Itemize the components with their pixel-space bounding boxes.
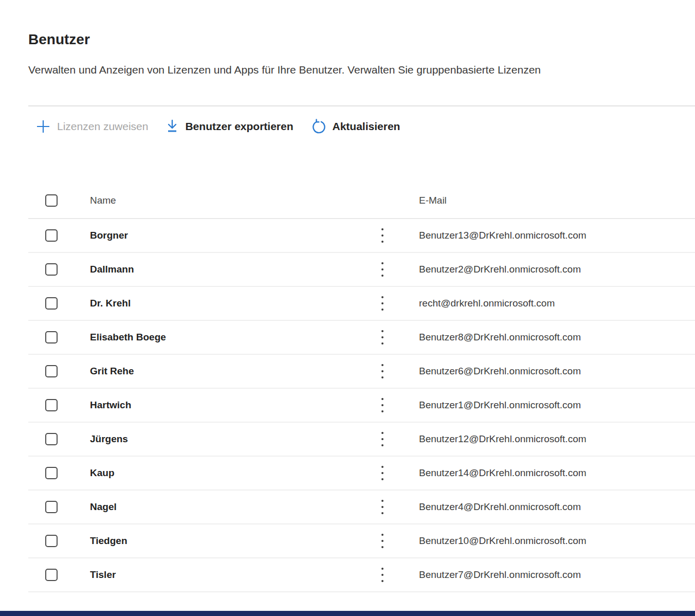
page-title: Benutzer bbox=[28, 0, 695, 48]
table-row[interactable]: Grit Rehe Benutzer6@DrKrehl.onmicrosoft.… bbox=[28, 355, 695, 389]
row-checkbox-cell bbox=[28, 399, 90, 411]
kebab-icon bbox=[381, 330, 383, 332]
user-email: Benutzer6@DrKrehl.onmicrosoft.com bbox=[419, 366, 695, 377]
user-rows: Borgner Benutzer13@DrKrehl.onmicrosoft.c… bbox=[28, 219, 695, 592]
download-icon bbox=[166, 119, 179, 134]
kebab-icon bbox=[381, 364, 383, 366]
user-name: Hartwich bbox=[90, 400, 380, 411]
export-users-button[interactable]: Benutzer exportieren bbox=[166, 119, 293, 134]
table-header-row: Name E-Mail bbox=[28, 183, 695, 219]
user-name: Dallmann bbox=[90, 264, 380, 275]
kebab-icon bbox=[381, 466, 383, 468]
row-more-options-button[interactable] bbox=[380, 262, 419, 277]
row-checkbox[interactable] bbox=[45, 297, 58, 310]
table-row[interactable]: Dallmann Benutzer2@DrKrehl.onmicrosoft.c… bbox=[28, 253, 695, 287]
user-email: Benutzer8@DrKrehl.onmicrosoft.com bbox=[419, 332, 695, 343]
user-name: Tiedgen bbox=[90, 535, 380, 547]
table-row[interactable]: Jürgens Benutzer12@DrKrehl.onmicrosoft.c… bbox=[28, 423, 695, 457]
row-checkbox[interactable] bbox=[45, 229, 58, 242]
row-more-options-button[interactable] bbox=[380, 568, 419, 582]
row-checkbox-cell bbox=[28, 535, 90, 547]
user-name: Grit Rehe bbox=[90, 366, 380, 377]
table-row[interactable]: Tisler Benutzer7@DrKrehl.onmicrosoft.com bbox=[28, 558, 695, 592]
table-row[interactable]: Borgner Benutzer13@DrKrehl.onmicrosoft.c… bbox=[28, 219, 695, 253]
page-description: Verwalten und Anzeigen von Lizenzen und … bbox=[28, 63, 695, 77]
kebab-icon bbox=[381, 432, 383, 434]
kebab-icon bbox=[381, 228, 383, 230]
user-name: Tisler bbox=[90, 569, 380, 581]
kebab-icon bbox=[381, 262, 383, 264]
row-checkbox[interactable] bbox=[45, 467, 58, 479]
row-checkbox[interactable] bbox=[45, 331, 58, 343]
user-email: Benutzer4@DrKrehl.onmicrosoft.com bbox=[419, 501, 695, 513]
user-email: Benutzer10@DrKrehl.onmicrosoft.com bbox=[419, 535, 695, 547]
users-page: Benutzer Verwalten und Anzeigen von Lize… bbox=[0, 0, 695, 592]
assign-licenses-button[interactable]: Lizenzen zuweisen bbox=[35, 119, 148, 134]
row-more-options-button[interactable] bbox=[380, 296, 419, 311]
kebab-icon bbox=[381, 534, 383, 536]
table-row[interactable]: Kaup Benutzer14@DrKrehl.onmicrosoft.com bbox=[28, 457, 695, 491]
table-row[interactable]: Nagel Benutzer4@DrKrehl.onmicrosoft.com bbox=[28, 491, 695, 524]
user-name: Elisabeth Boege bbox=[90, 332, 380, 343]
row-more-options-button[interactable] bbox=[380, 398, 419, 412]
kebab-icon bbox=[381, 568, 383, 570]
user-name: Borgner bbox=[90, 230, 380, 241]
user-email: Benutzer1@DrKrehl.onmicrosoft.com bbox=[419, 400, 695, 411]
kebab-icon bbox=[381, 500, 383, 502]
row-checkbox[interactable] bbox=[45, 399, 58, 411]
kebab-icon bbox=[381, 296, 383, 298]
row-checkbox-cell bbox=[28, 569, 90, 581]
table-row[interactable]: Dr. Krehl recht@drkrehl.onmicrosoft.com bbox=[28, 287, 695, 321]
row-more-options-button[interactable] bbox=[380, 228, 419, 243]
row-more-options-button[interactable] bbox=[380, 364, 419, 378]
row-checkbox-cell bbox=[28, 297, 90, 310]
plus-icon bbox=[35, 119, 51, 134]
column-header-email[interactable]: E-Mail bbox=[419, 195, 695, 206]
refresh-icon bbox=[311, 119, 326, 134]
row-checkbox[interactable] bbox=[45, 433, 58, 445]
table-row[interactable]: Elisabeth Boege Benutzer8@DrKrehl.onmicr… bbox=[28, 321, 695, 355]
user-email: Benutzer2@DrKrehl.onmicrosoft.com bbox=[419, 264, 695, 275]
table-row[interactable]: Tiedgen Benutzer10@DrKrehl.onmicrosoft.c… bbox=[28, 524, 695, 558]
row-checkbox-cell bbox=[28, 263, 90, 276]
row-checkbox[interactable] bbox=[45, 501, 58, 513]
user-email: Benutzer12@DrKrehl.onmicrosoft.com bbox=[419, 433, 695, 445]
user-name: Nagel bbox=[90, 501, 380, 513]
row-more-options-button[interactable] bbox=[380, 466, 419, 480]
row-more-options-button[interactable] bbox=[380, 432, 419, 446]
row-checkbox-cell bbox=[28, 331, 90, 343]
row-checkbox[interactable] bbox=[45, 365, 58, 377]
users-table: Name E-Mail Borgner Benutzer13@DrKrehl.o… bbox=[28, 183, 695, 592]
user-name: Jürgens bbox=[90, 433, 380, 445]
row-checkbox[interactable] bbox=[45, 263, 58, 276]
user-name: Kaup bbox=[90, 467, 380, 479]
row-checkbox-cell bbox=[28, 229, 90, 242]
user-email: Benutzer14@DrKrehl.onmicrosoft.com bbox=[419, 467, 695, 479]
assign-licenses-label: Lizenzen zuweisen bbox=[57, 120, 148, 133]
row-checkbox-cell bbox=[28, 433, 90, 445]
refresh-label: Aktualisieren bbox=[333, 120, 400, 133]
row-more-options-button[interactable] bbox=[380, 500, 419, 514]
user-email: Benutzer13@DrKrehl.onmicrosoft.com bbox=[419, 230, 695, 241]
column-header-name[interactable]: Name bbox=[90, 195, 380, 206]
export-users-label: Benutzer exportieren bbox=[185, 120, 293, 133]
user-email: Benutzer7@DrKrehl.onmicrosoft.com bbox=[419, 569, 695, 581]
select-all-cell bbox=[28, 194, 90, 207]
row-checkbox-cell bbox=[28, 365, 90, 377]
table-row[interactable]: Hartwich Benutzer1@DrKrehl.onmicrosoft.c… bbox=[28, 389, 695, 423]
select-all-checkbox[interactable] bbox=[45, 194, 58, 207]
row-checkbox[interactable] bbox=[45, 569, 58, 581]
row-more-options-button[interactable] bbox=[380, 330, 419, 345]
row-checkbox-cell bbox=[28, 501, 90, 513]
user-email: recht@drkrehl.onmicrosoft.com bbox=[419, 298, 695, 309]
row-checkbox-cell bbox=[28, 467, 90, 479]
kebab-icon bbox=[381, 398, 383, 400]
user-name: Dr. Krehl bbox=[90, 298, 380, 309]
toolbar: Lizenzen zuweisen Benutzer exportieren A… bbox=[28, 106, 695, 147]
row-checkbox[interactable] bbox=[45, 535, 58, 547]
footer-bar bbox=[0, 611, 695, 616]
refresh-button[interactable]: Aktualisieren bbox=[311, 119, 400, 134]
row-more-options-button[interactable] bbox=[380, 534, 419, 548]
